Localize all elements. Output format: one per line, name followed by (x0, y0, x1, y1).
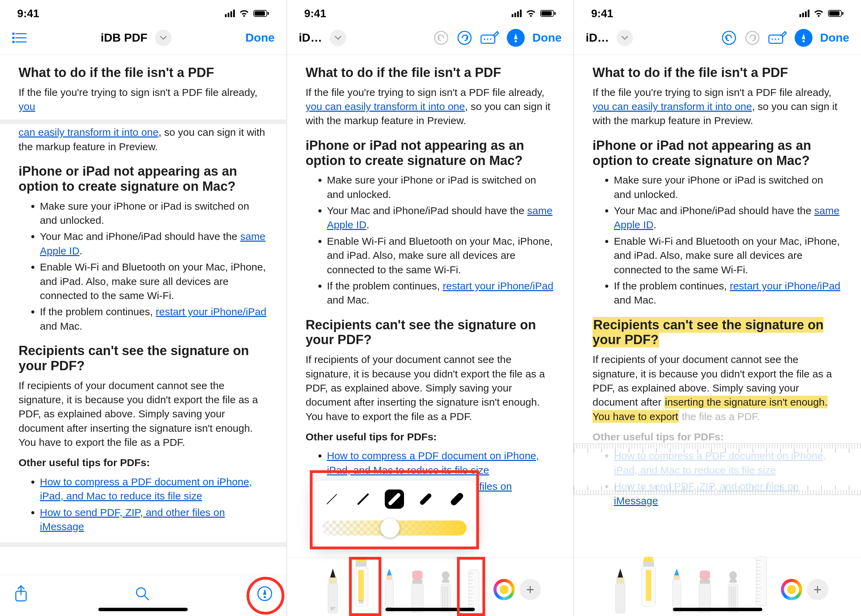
svg-rect-68 (643, 562, 654, 567)
redo-button[interactable] (745, 30, 760, 46)
svg-rect-15 (541, 11, 552, 16)
svg-rect-31 (356, 562, 367, 567)
stroke-xxl[interactable] (447, 489, 467, 509)
svg-rect-81 (756, 557, 767, 606)
list-item: Your Mac and iPhone/iPad should have the… (614, 203, 842, 232)
home-indicator (98, 608, 188, 611)
markup-toggle[interactable] (795, 29, 812, 47)
pen-tool[interactable]: 97 (320, 565, 346, 613)
lasso-tool[interactable] (432, 565, 459, 613)
redo-button[interactable] (456, 30, 472, 46)
wifi-icon (526, 9, 536, 17)
paragraph: If recipients of your document cannot se… (592, 352, 842, 423)
outline-button[interactable] (12, 32, 27, 44)
add-button[interactable]: + (519, 579, 541, 600)
undo-button[interactable] (433, 30, 449, 46)
title-dropdown[interactable] (617, 30, 633, 46)
nav-bar: iDB PDF Done (0, 20, 286, 55)
color-picker[interactable] (781, 579, 802, 600)
home-indicator (386, 608, 475, 611)
status-bar: 9:41 (0, 0, 286, 20)
battery-icon (540, 9, 556, 17)
svg-line-25 (358, 494, 368, 504)
svg-line-26 (390, 495, 398, 503)
opacity-slider[interactable] (322, 520, 467, 536)
ruler-tool[interactable] (748, 558, 775, 607)
done-button[interactable]: Done (246, 31, 275, 44)
svg-point-3 (13, 33, 14, 35)
link-restart[interactable]: restart your iPhone/iPad (443, 280, 554, 291)
svg-rect-29 (329, 577, 337, 583)
markup-toggle[interactable] (507, 29, 525, 47)
svg-line-27 (422, 496, 429, 503)
link-compress[interactable]: How to compress a PDF document on iPhone… (614, 450, 826, 475)
link-transform[interactable]: you can easily transform it into one (592, 101, 752, 112)
pen-tool[interactable] (607, 565, 634, 613)
link-send[interactable]: How to send PDF, ZIP, and other files on… (40, 507, 225, 532)
tool-label: 55 (348, 599, 375, 604)
ruler-tool[interactable] (460, 565, 487, 613)
lasso-tool[interactable] (720, 565, 746, 613)
battery-icon (253, 9, 269, 17)
nav-bar: iD… Done (574, 20, 861, 55)
list-item: How to send PDF, ZIP, and other files on… (40, 505, 268, 534)
link-transform[interactable]: you can easily transform it into one (306, 101, 465, 112)
wifi-icon (814, 9, 824, 17)
autofill-button[interactable] (480, 31, 499, 45)
done-button[interactable]: Done (820, 31, 849, 44)
stroke-thin[interactable] (322, 489, 342, 509)
color-picker[interactable] (493, 579, 515, 600)
bottom-toolbar (0, 575, 286, 616)
page-seam (0, 542, 286, 547)
svg-rect-34 (386, 575, 392, 580)
list-item: How to compress a PDF document on iPhone… (327, 449, 555, 477)
autofill-button[interactable] (768, 31, 787, 45)
opacity-thumb[interactable] (380, 519, 400, 537)
link-restart[interactable]: restart your iPhone/iPad (156, 306, 266, 317)
status-time: 9:41 (17, 7, 39, 20)
svg-rect-58 (842, 12, 844, 15)
svg-point-5 (13, 37, 14, 39)
markup-button[interactable] (257, 586, 273, 603)
highlighter-tool[interactable] (635, 558, 662, 607)
link-restart[interactable]: restart your iPhone/iPad (730, 280, 841, 291)
stroke-med[interactable] (354, 489, 373, 509)
add-button[interactable]: + (807, 579, 828, 600)
list-item: Make sure your iPhone or iPad is switche… (614, 173, 842, 201)
link-transform[interactable]: you (19, 101, 35, 112)
document-title: iDB PDF (101, 31, 148, 44)
heading-iphone: iPhone or iPad not appearing as an optio… (592, 138, 842, 168)
pencil-tool[interactable]: 50 (376, 565, 403, 613)
svg-point-20 (484, 39, 485, 40)
done-button[interactable]: Done (532, 31, 562, 44)
heading-notpdf: What to do if the file isn't a PDF (592, 65, 842, 80)
svg-rect-70 (646, 570, 651, 601)
pencil-tool[interactable] (663, 565, 690, 613)
svg-point-21 (487, 39, 488, 40)
link-transform[interactable]: can easily transform it into one (19, 127, 159, 138)
highlighter-tool[interactable]: 55 (348, 558, 375, 607)
search-button[interactable] (135, 586, 150, 603)
undo-button[interactable] (721, 30, 737, 46)
title-dropdown[interactable] (155, 30, 172, 46)
svg-point-22 (490, 39, 491, 40)
stroke-xl[interactable] (416, 489, 435, 509)
bullet-list: Make sure your iPhone or iPad is switche… (19, 199, 268, 333)
eraser-tool[interactable] (404, 565, 431, 613)
pdf-content[interactable]: What to do if the file isn't a PDF If th… (574, 55, 861, 558)
paragraph: If the file you're trying to sign isn't … (306, 85, 555, 128)
link-compress[interactable]: How to compress a PDF document on iPhone… (40, 476, 252, 501)
link-compress[interactable]: How to compress a PDF document on iPhone… (327, 450, 539, 475)
heading-iphone: iPhone or iPad not appearing as an optio… (19, 164, 268, 194)
title-dropdown[interactable] (330, 30, 346, 46)
svg-rect-67 (615, 583, 625, 613)
pdf-content[interactable]: What to do if the file isn't a PDF If th… (0, 55, 286, 575)
share-button[interactable] (14, 585, 28, 603)
eraser-tool[interactable] (691, 565, 718, 613)
phone-screenshot-3: 9:41 iD… Done What to do if the file isn… (574, 0, 861, 616)
link-send[interactable]: How to send PDF, ZIP, and other files on… (614, 481, 799, 506)
stroke-large-selected[interactable] (385, 489, 404, 509)
phone-screenshot-2: 9:41 iD… Done What to do if the file isn… (287, 0, 574, 616)
paragraph: If the file you're trying to sign isn't … (19, 85, 268, 114)
document-title: iD… (586, 31, 609, 44)
